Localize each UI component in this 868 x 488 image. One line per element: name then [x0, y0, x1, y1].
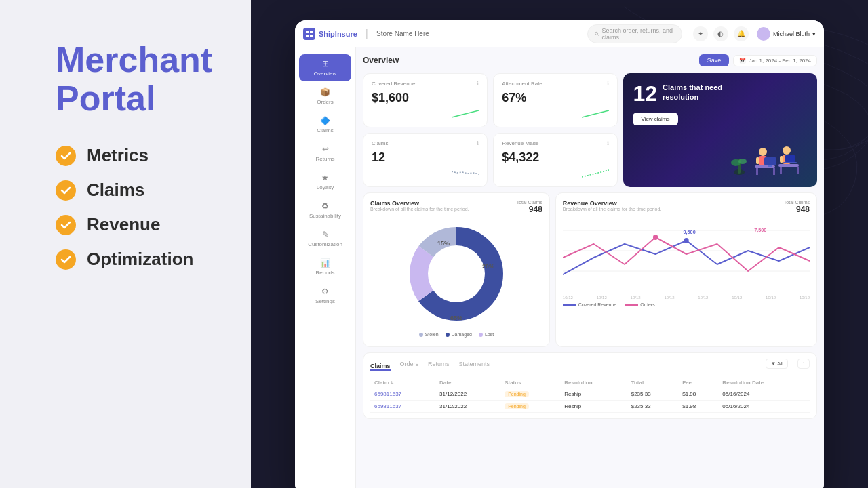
revenue-made-label: Revenue Made: [502, 140, 538, 146]
hero-number: 12: [633, 83, 657, 104]
revenue-overview-chart: Revenue Overview Breakdown of all the cl…: [555, 192, 817, 347]
claims-section: Claims Orders Returns Statements ▼ All ↑…: [363, 352, 817, 419]
legend-stolen: Stolen: [419, 332, 439, 337]
logo-text: ShipInsure: [319, 30, 357, 38]
fee-cell-2: $1.98: [678, 401, 718, 413]
line-chart-legend: Covered Revenue Orders: [563, 302, 810, 307]
claims-overview-chart: Claims Overview Breakdown of all the cla…: [363, 192, 550, 347]
feature-item-metrics: Metrics: [56, 145, 217, 166]
legend-label-covered-revenue: Covered Revenue: [578, 302, 616, 307]
svg-rect-15: [756, 168, 758, 175]
claims-count-value: 12: [372, 150, 479, 165]
overview-icon: ⊞: [322, 59, 329, 68]
sidebar-item-reports[interactable]: 📊 Reports: [299, 253, 351, 281]
loyalty-icon: ★: [321, 173, 329, 182]
feature-item-claims: Claims: [56, 180, 217, 201]
svg-point-38: [684, 238, 688, 243]
revenue-chart-title: Revenue Overview: [563, 200, 662, 207]
legend-orders: Orders: [625, 302, 654, 307]
info-icon-revenue-made: ℹ: [607, 140, 609, 146]
svg-rect-0: [306, 30, 309, 33]
svg-rect-16: [773, 168, 775, 175]
revenue-total-value: 948: [784, 205, 810, 214]
svg-point-31: [428, 245, 485, 302]
check-icon-optimization: [56, 249, 76, 270]
x-axis-labels: 10/12 10/12 10/12 10/12 10/12 10/12 10/1…: [563, 296, 810, 300]
svg-rect-12: [756, 157, 760, 164]
save-button[interactable]: Save: [699, 54, 730, 66]
revenue-made-trend: [582, 169, 609, 180]
legend-label-lost: Lost: [485, 332, 494, 337]
legend-label-stolen: Stolen: [425, 332, 439, 337]
col-fee: Fee: [678, 378, 718, 388]
info-icon-covered-revenue: ℹ: [477, 81, 479, 87]
line-chart-container: 9,500 7,500 10/12 10/12 10/12 10/12 10/1…: [563, 217, 810, 285]
status-badge-1: Pending: [505, 391, 529, 397]
sidebar-item-loyalty[interactable]: ★ Loyalty: [299, 168, 351, 195]
total-cell-2: $235.33: [627, 401, 679, 413]
tab-returns[interactable]: Returns: [428, 361, 450, 367]
sidebar-item-settings[interactable]: ⚙ Settings: [299, 282, 351, 309]
legend-label-damaged: Damaged: [452, 332, 472, 337]
main-content: ⊞ Overview 📦 Orders 🔷 Claims ↩ Returns ★: [295, 47, 824, 488]
reports-icon: 📊: [320, 258, 330, 268]
feature-label-claims: Claims: [87, 180, 144, 201]
theme-icon-btn[interactable]: ◐: [713, 26, 728, 41]
filter-all-button[interactable]: ▼ All: [766, 359, 788, 369]
table-row: 659811637 31/12/2022 Pending Reship $235…: [370, 388, 810, 401]
col-resolution-date: Resolution Date: [718, 378, 810, 388]
svg-line-5: [597, 34, 599, 35]
claims-total-label: Total Claims: [517, 200, 542, 205]
claims-tabs: Claims Orders Returns Statements ▼ All ↑: [370, 359, 810, 373]
claim-link-1[interactable]: 659811637: [374, 391, 401, 397]
tab-statements[interactable]: Statements: [459, 361, 490, 367]
notification-icon-btn[interactable]: 🔔: [734, 26, 749, 41]
x-label-8: 10/12: [800, 296, 810, 300]
line-chart-svg: 9,500 7,500: [563, 217, 810, 291]
sidebar-item-returns[interactable]: ↩ Returns: [299, 140, 351, 167]
sidebar-item-customization[interactable]: ✎ Customization: [299, 225, 351, 252]
date-cell-2: 31/12/2022: [435, 401, 500, 413]
claims-chart-subtitle: Breakdown of all the claims for the time…: [370, 207, 469, 211]
tab-orders[interactable]: Orders: [400, 361, 419, 367]
hero-banner: 12 Claims that needresolution View claim…: [623, 73, 817, 187]
legend-dot-lost: [479, 333, 483, 337]
revenue-chart-header: Revenue Overview Breakdown of all the cl…: [563, 200, 810, 214]
sidebar-item-sustainability[interactable]: ♻ Sustainability: [299, 197, 351, 224]
feature-label-optimization: Optimization: [87, 249, 193, 270]
sidebar-item-orders[interactable]: 📦 Orders: [299, 83, 351, 110]
svg-rect-26: [785, 155, 795, 162]
info-icon-claims: ℹ: [477, 140, 479, 146]
view-claims-button[interactable]: View claims: [633, 113, 677, 125]
info-icon-attachment-rate: ℹ: [607, 81, 609, 87]
search-bar[interactable]: Search order, returns, and claims: [587, 24, 682, 43]
sidebar-label-returns: Returns: [315, 156, 334, 162]
fee-cell-1: $1.98: [678, 388, 718, 401]
svg-text:9,500: 9,500: [683, 229, 695, 235]
revenue-total-label: Total Claims: [784, 200, 810, 205]
user-menu[interactable]: Michael Bluth ▾: [757, 27, 816, 41]
nav-divider: |: [366, 28, 368, 40]
settings-icon-btn[interactable]: ✦: [693, 26, 708, 41]
svg-point-17: [783, 146, 791, 155]
claim-link-2[interactable]: 659811637: [374, 403, 401, 409]
claims-table-body: 659811637 31/12/2022 Pending Reship $235…: [370, 388, 810, 413]
col-resolution: Resolution: [560, 378, 627, 388]
revenue-chart-subtitle: Breakdown of all the claims for the time…: [563, 207, 662, 211]
col-status: Status: [500, 378, 560, 388]
sidebar-item-overview[interactable]: ⊞ Overview: [299, 54, 351, 81]
svg-rect-2: [306, 35, 309, 37]
sidebar-item-claims[interactable]: 🔷 Claims: [299, 111, 351, 138]
stat-card-attachment-rate: Attachment Rate ℹ 67%: [493, 73, 618, 127]
legend-dot-damaged: [446, 333, 450, 337]
col-total: Total: [627, 378, 679, 388]
stat-card-revenue-made: Revenue Made ℹ $4,322: [493, 133, 618, 187]
sidebar-label-sustainability: Sustainability: [309, 213, 341, 219]
res-date-cell-1: 05/16/2024: [718, 388, 810, 401]
tab-claims[interactable]: Claims: [370, 363, 391, 371]
donut-chart-container: 15% 20% 65% Stolen: [370, 217, 542, 340]
status-badge-2: Pending: [505, 403, 529, 409]
date-range[interactable]: 📅 Jan 1, 2024 - Feb 1, 2024: [733, 55, 817, 66]
export-button[interactable]: ↑: [797, 359, 810, 369]
overview-actions: Save 📅 Jan 1, 2024 - Feb 1, 2024: [699, 54, 817, 66]
